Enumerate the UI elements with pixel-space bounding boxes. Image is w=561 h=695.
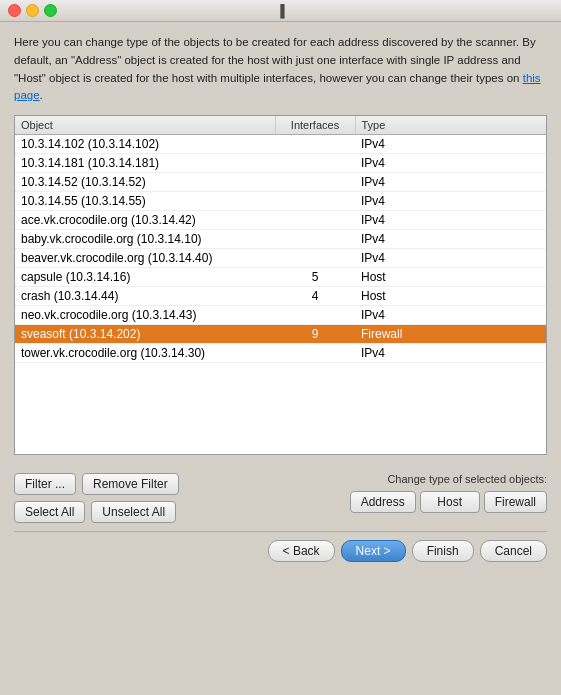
address-type-button[interactable]: Address [350, 491, 416, 513]
objects-table-container: Object Interfaces Type 10.3.14.102 (10.3… [14, 115, 547, 455]
cell-interfaces: 5 [275, 268, 355, 287]
cell-type: IPv4 [355, 154, 546, 173]
type-selector: Change type of selected objects: Address… [350, 473, 547, 513]
cell-interfaces [275, 230, 355, 249]
table-row[interactable]: 10.3.14.52 (10.3.14.52)IPv4 [15, 173, 546, 192]
cell-object: beaver.vk.crocodile.org (10.3.14.40) [15, 249, 275, 268]
cell-object: 10.3.14.55 (10.3.14.55) [15, 192, 275, 211]
cell-interfaces [275, 306, 355, 325]
table-row[interactable]: 10.3.14.181 (10.3.14.181)IPv4 [15, 154, 546, 173]
nav-buttons: < Back Next > Finish Cancel [14, 540, 547, 572]
main-content: Here you can change type of the objects … [0, 22, 561, 473]
filter-row: Filter ... Remove Filter [14, 473, 179, 495]
table-row[interactable]: beaver.vk.crocodile.org (10.3.14.40)IPv4 [15, 249, 546, 268]
window-controls[interactable] [8, 4, 57, 17]
left-buttons: Filter ... Remove Filter Select All Unse… [14, 473, 179, 523]
col-header-interfaces: Interfaces [275, 116, 355, 135]
table-row[interactable]: 10.3.14.102 (10.3.14.102)IPv4 [15, 135, 546, 154]
cell-object: 10.3.14.102 (10.3.14.102) [15, 135, 275, 154]
bottom-section: Filter ... Remove Filter Select All Unse… [0, 473, 561, 572]
this-page-link[interactable]: this page [14, 72, 541, 102]
table-row[interactable]: sveasoft (10.3.14.202)9Firewall [15, 325, 546, 344]
cell-type: IPv4 [355, 135, 546, 154]
cell-interfaces: 4 [275, 287, 355, 306]
cell-interfaces [275, 154, 355, 173]
cell-interfaces [275, 344, 355, 363]
table-row[interactable]: neo.vk.crocodile.org (10.3.14.43)IPv4 [15, 306, 546, 325]
cell-interfaces [275, 173, 355, 192]
cell-interfaces [275, 192, 355, 211]
table-row[interactable]: 10.3.14.55 (10.3.14.55)IPv4 [15, 192, 546, 211]
cell-type: IPv4 [355, 192, 546, 211]
cell-object: 10.3.14.181 (10.3.14.181) [15, 154, 275, 173]
cell-type: IPv4 [355, 306, 546, 325]
title-bar: ▐ [0, 0, 561, 22]
back-button[interactable]: < Back [268, 540, 335, 562]
filter-button[interactable]: Filter ... [14, 473, 76, 495]
cell-object: 10.3.14.52 (10.3.14.52) [15, 173, 275, 192]
minimize-button[interactable] [26, 4, 39, 17]
cell-interfaces [275, 211, 355, 230]
cell-type: Host [355, 268, 546, 287]
cell-type: Firewall [355, 325, 546, 344]
maximize-button[interactable] [44, 4, 57, 17]
table-row[interactable]: crash (10.3.14.44)4Host [15, 287, 546, 306]
window-title: ▐ [276, 4, 285, 18]
firewall-type-button[interactable]: Firewall [484, 491, 547, 513]
next-button[interactable]: Next > [341, 540, 406, 562]
cell-object: crash (10.3.14.44) [15, 287, 275, 306]
cell-interfaces: 9 [275, 325, 355, 344]
host-type-button[interactable]: Host [420, 491, 480, 513]
cell-type: IPv4 [355, 173, 546, 192]
table-row[interactable]: baby.vk.crocodile.org (10.3.14.10)IPv4 [15, 230, 546, 249]
cell-type: IPv4 [355, 249, 546, 268]
close-button[interactable] [8, 4, 21, 17]
cell-type: IPv4 [355, 344, 546, 363]
cell-object: sveasoft (10.3.14.202) [15, 325, 275, 344]
cell-object: neo.vk.crocodile.org (10.3.14.43) [15, 306, 275, 325]
type-buttons-group: Address Host Firewall [350, 491, 547, 513]
table-body: 10.3.14.102 (10.3.14.102)IPv410.3.14.181… [15, 135, 546, 363]
unselect-all-button[interactable]: Unselect All [91, 501, 176, 523]
cell-object: baby.vk.crocodile.org (10.3.14.10) [15, 230, 275, 249]
cell-type: Host [355, 287, 546, 306]
bottom-controls: Filter ... Remove Filter Select All Unse… [14, 473, 547, 523]
cell-interfaces [275, 249, 355, 268]
table-header-row: Object Interfaces Type [15, 116, 546, 135]
divider [14, 531, 547, 532]
description-text: Here you can change type of the objects … [14, 34, 547, 105]
cell-interfaces [275, 135, 355, 154]
col-header-object: Object [15, 116, 275, 135]
cell-object: tower.vk.crocodile.org (10.3.14.30) [15, 344, 275, 363]
select-all-button[interactable]: Select All [14, 501, 85, 523]
remove-filter-button[interactable]: Remove Filter [82, 473, 179, 495]
table-row[interactable]: capsule (10.3.14.16)5Host [15, 268, 546, 287]
table-row[interactable]: ace.vk.crocodile.org (10.3.14.42)IPv4 [15, 211, 546, 230]
select-row: Select All Unselect All [14, 501, 179, 523]
cell-object: capsule (10.3.14.16) [15, 268, 275, 287]
cell-type: IPv4 [355, 230, 546, 249]
col-header-type: Type [355, 116, 546, 135]
finish-button[interactable]: Finish [412, 540, 474, 562]
cancel-button[interactable]: Cancel [480, 540, 547, 562]
table-row[interactable]: tower.vk.crocodile.org (10.3.14.30)IPv4 [15, 344, 546, 363]
objects-table: Object Interfaces Type 10.3.14.102 (10.3… [15, 116, 546, 363]
change-type-label: Change type of selected objects: [387, 473, 547, 485]
cell-object: ace.vk.crocodile.org (10.3.14.42) [15, 211, 275, 230]
cell-type: IPv4 [355, 211, 546, 230]
